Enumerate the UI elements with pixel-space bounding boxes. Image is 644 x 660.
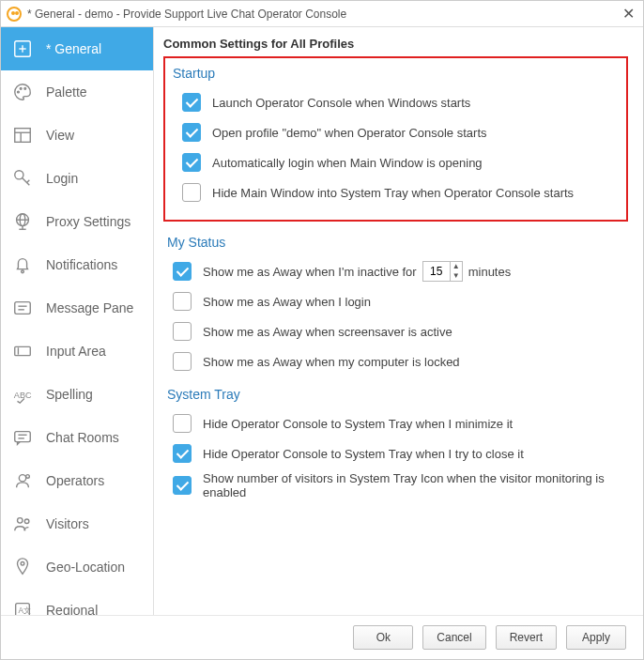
svg-rect-6 <box>15 129 31 143</box>
chk-auto-login[interactable] <box>182 153 201 172</box>
sidebar-item-general[interactable]: * General <box>1 27 153 70</box>
spelling-icon: ABC <box>12 384 33 405</box>
sidebar-item-label: View <box>46 128 74 143</box>
message-icon <box>12 298 33 318</box>
apply-button[interactable]: Apply <box>566 625 626 650</box>
sidebar-item-message-pane[interactable]: Message Pane <box>1 286 153 330</box>
ok-button[interactable]: Ok <box>353 625 413 650</box>
sidebar: * General Palette View Login Proxy Setti… <box>1 27 154 615</box>
sidebar-item-operators[interactable]: Operators <box>1 459 153 502</box>
svg-point-29 <box>18 518 23 524</box>
chk-open-profile-demo[interactable] <box>182 123 201 142</box>
chk-launch-on-windows[interactable] <box>182 93 201 112</box>
input-icon <box>12 341 33 361</box>
chk-label: Hide Operator Console to System Tray whe… <box>203 417 513 431</box>
key-icon <box>12 168 33 189</box>
chk-label: Show me as Away when my computer is lock… <box>203 355 460 369</box>
svg-rect-18 <box>15 302 31 315</box>
chk-away-screensaver[interactable] <box>173 322 192 341</box>
chk-label: Show me as Away when screensaver is acti… <box>203 325 452 339</box>
svg-point-5 <box>24 87 26 89</box>
svg-point-28 <box>26 475 30 479</box>
titlebar: * General - demo - Provide Support Live … <box>1 1 643 27</box>
chk-hide-main-window[interactable] <box>182 183 201 202</box>
svg-point-3 <box>18 91 20 93</box>
cancel-button[interactable]: Cancel <box>422 625 485 650</box>
svg-point-4 <box>20 87 22 89</box>
sidebar-item-label: Geo-Location <box>46 560 125 575</box>
chk-label: Automatically login when Main Window is … <box>212 156 483 170</box>
sidebar-item-proxy[interactable]: Proxy Settings <box>1 200 153 243</box>
sidebar-item-label: Chat Rooms <box>46 430 119 445</box>
chk-tray-minimize[interactable] <box>173 414 192 433</box>
sidebar-item-login[interactable]: Login <box>1 157 153 200</box>
sidebar-item-view[interactable]: View <box>1 114 153 157</box>
chk-label: Show me as Away when I'm inactive for <box>203 265 417 279</box>
spinner-down-icon[interactable]: ▼ <box>451 271 462 281</box>
section-systray: System Tray Hide Operator Console to Sys… <box>163 387 628 499</box>
section-title-startup: Startup <box>173 66 617 81</box>
chk-label: Launch Operator Console when Windows sta… <box>212 96 470 110</box>
close-button[interactable]: ✕ <box>619 5 637 23</box>
chk-label: Hide Main Window into System Tray when O… <box>212 186 574 200</box>
sidebar-item-spelling[interactable]: ABC Spelling <box>1 373 153 416</box>
svg-line-11 <box>27 180 30 183</box>
sidebar-item-label: Login <box>46 171 78 186</box>
svg-point-27 <box>19 475 25 482</box>
sidebar-item-label: Input Area <box>46 344 106 359</box>
svg-text:ABC: ABC <box>14 391 32 400</box>
chat-icon <box>12 427 33 448</box>
sidebar-item-geo-location[interactable]: Geo-Location <box>1 545 153 589</box>
section-startup: Startup Launch Operator Console when Win… <box>163 56 628 222</box>
chk-label: Open profile "demo" when Operator Consol… <box>212 126 487 140</box>
chk-tray-visitor-count[interactable] <box>173 476 192 495</box>
sidebar-item-label: Notifications <box>46 257 117 272</box>
sidebar-item-visitors[interactable]: Visitors <box>1 502 153 545</box>
chk-away-inactive[interactable] <box>173 262 192 281</box>
chk-label: Show number of visitors in System Tray I… <box>203 471 628 499</box>
chk-label: Show me as Away when I login <box>203 295 371 309</box>
content-pane: Common Settings for All Profiles Startup… <box>154 27 643 615</box>
content-header: Common Settings for All Profiles <box>163 37 628 51</box>
footer: Ok Cancel Revert Apply <box>1 615 643 658</box>
palette-icon <box>12 82 33 102</box>
svg-text:A文: A文 <box>18 606 31 615</box>
minutes-spinner[interactable]: ▲▼ <box>422 261 463 282</box>
sidebar-item-label: Regional <box>46 603 98 615</box>
chk-away-login[interactable] <box>173 292 192 311</box>
minutes-input[interactable] <box>423 265 450 278</box>
sidebar-item-input-area[interactable]: Input Area <box>1 330 153 373</box>
window-title: * General - demo - Provide Support Live … <box>27 8 619 21</box>
spinner-up-icon[interactable]: ▲ <box>451 262 462 271</box>
sidebar-item-regional[interactable]: A文 Regional <box>1 589 153 615</box>
pin-icon <box>12 557 33 577</box>
section-title-systray: System Tray <box>163 387 628 402</box>
sidebar-item-label: Spelling <box>46 387 93 402</box>
svg-point-17 <box>22 270 24 273</box>
app-icon <box>7 7 22 22</box>
chk-label: Hide Operator Console to System Tray whe… <box>203 447 524 461</box>
section-title-mystatus: My Status <box>163 235 628 250</box>
sidebar-item-label: Palette <box>46 84 87 100</box>
sidebar-item-chat-rooms[interactable]: Chat Rooms <box>1 416 153 459</box>
regional-icon: A文 <box>12 600 33 615</box>
headset-icon <box>12 470 33 491</box>
sidebar-item-label: Visitors <box>46 516 89 531</box>
revert-button[interactable]: Revert <box>496 625 557 650</box>
chk-tray-close[interactable] <box>173 444 192 463</box>
svg-point-31 <box>21 562 24 566</box>
bell-icon <box>12 254 33 275</box>
svg-rect-24 <box>15 432 31 442</box>
minutes-label: minutes <box>468 265 512 279</box>
section-mystatus: My Status Show me as Away when I'm inact… <box>163 235 628 374</box>
chk-away-locked[interactable] <box>173 352 192 371</box>
sidebar-item-palette[interactable]: Palette <box>1 70 153 114</box>
svg-rect-21 <box>15 346 31 355</box>
sidebar-item-label: Operators <box>46 473 104 488</box>
sidebar-item-label: Message Pane <box>46 300 133 315</box>
people-icon <box>12 514 33 534</box>
sidebar-item-label: Proxy Settings <box>46 214 130 229</box>
sidebar-item-notifications[interactable]: Notifications <box>1 243 153 286</box>
svg-point-30 <box>24 519 29 524</box>
plus-square-icon <box>12 38 33 59</box>
